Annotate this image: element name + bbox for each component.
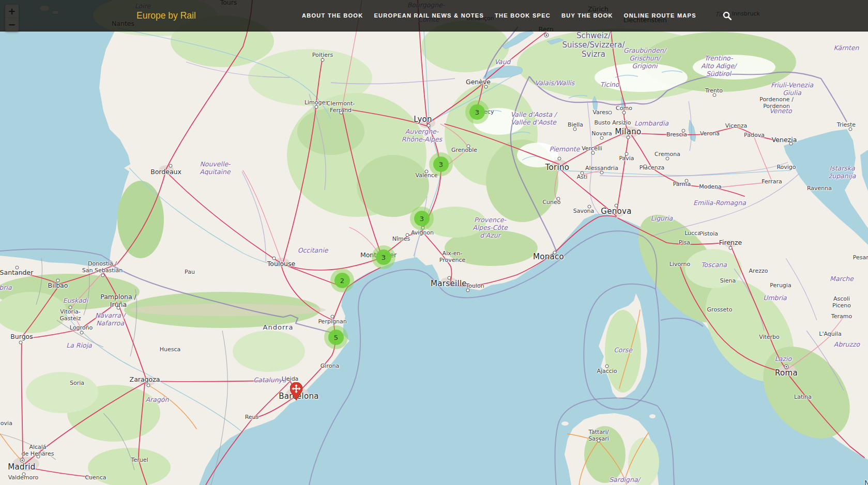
nav-menu: ABOUT THE BOOKEUROPEAN RAIL NEWS & NOTES… xyxy=(302,0,696,31)
nav-item[interactable]: EUROPEAN RAIL NEWS & NOTES xyxy=(374,12,484,19)
search-button[interactable] xyxy=(723,0,732,31)
marker-cluster-count: 2 xyxy=(334,273,350,288)
nav-item[interactable]: ABOUT THE BOOK xyxy=(302,12,363,19)
move-arrows-icon xyxy=(290,382,302,401)
marker-cluster[interactable]: 3 xyxy=(429,152,453,176)
search-icon xyxy=(723,11,732,20)
marker-cluster-count: 5 xyxy=(328,330,344,345)
marker-cluster[interactable]: 3 xyxy=(465,100,489,124)
marker-cluster[interactable]: 5 xyxy=(324,325,348,349)
marker-cluster-count: 3 xyxy=(414,211,430,226)
marker-cluster-count: 3 xyxy=(376,249,391,265)
nav-item[interactable]: ONLINE ROUTE MAPS xyxy=(624,12,696,19)
marker-cluster[interactable]: 3 xyxy=(372,245,395,269)
map-markers: 333325 xyxy=(0,0,868,485)
nav-item[interactable]: BUY THE BOOK xyxy=(561,12,613,19)
marker-cluster[interactable]: 3 xyxy=(410,207,434,230)
site-brand-link[interactable]: Europe by Rail xyxy=(136,0,196,31)
top-navbar: Europe by Rail ABOUT THE BOOKEUROPEAN RA… xyxy=(0,0,868,32)
marker-cluster-count: 3 xyxy=(469,104,485,120)
map-pin[interactable] xyxy=(290,382,302,401)
marker-cluster-count: 3 xyxy=(433,157,449,172)
marker-cluster[interactable]: 2 xyxy=(330,269,354,292)
nav-item[interactable]: THE BOOK SPEC xyxy=(495,12,551,19)
